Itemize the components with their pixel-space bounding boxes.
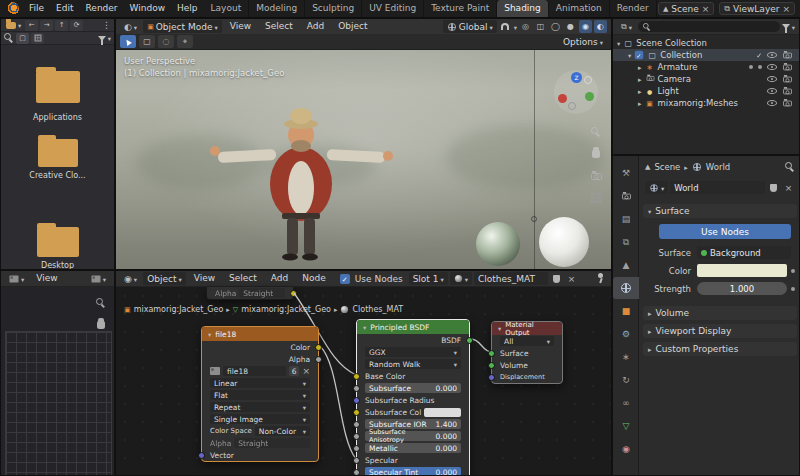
- cursor-tool-button[interactable]: [177, 35, 193, 48]
- viewport-menu-add[interactable]: Add: [301, 18, 330, 35]
- subsurface-slider[interactable]: Subsurface0.000: [365, 383, 461, 393]
- shader-menu-node[interactable]: Node: [296, 270, 332, 287]
- outliner-row-meshes[interactable]: mixamorig:Meshes: [613, 97, 799, 109]
- metallic-socket[interactable]: [353, 445, 360, 452]
- extension-dropdown[interactable]: Repeat: [210, 402, 310, 412]
- navigation-gizmo[interactable]: Z: [554, 70, 598, 114]
- axis-neg-handle[interactable]: [568, 102, 576, 110]
- file-menu-dots-icon[interactable]: [102, 20, 111, 30]
- shader-menu-add[interactable]: Add: [265, 270, 294, 287]
- color-output-socket[interactable]: [315, 344, 322, 351]
- workspace-tab-animation[interactable]: Animation: [549, 0, 610, 17]
- fake-user-shield-icon[interactable]: [767, 181, 780, 194]
- unlink-icon[interactable]: [782, 181, 795, 194]
- display-vertical-list-button[interactable]: [16, 33, 29, 44]
- filter-icon[interactable]: [782, 24, 790, 29]
- surface-input-socket[interactable]: [488, 350, 495, 357]
- shader-type-dropdown[interactable]: Object: [143, 272, 186, 285]
- browse-material-button[interactable]: [450, 272, 472, 285]
- subsurface-anisotropy-socket[interactable]: [353, 433, 360, 440]
- breadcrumb-world[interactable]: World: [706, 162, 730, 172]
- axis-z-handle[interactable]: Z: [571, 72, 582, 83]
- shading-wireframe-icon[interactable]: [549, 20, 562, 33]
- viewport-display-panel-header[interactable]: Viewport Display: [643, 324, 797, 338]
- mode-dropdown[interactable]: Object Mode: [143, 20, 222, 33]
- material-output-node[interactable]: Material Output All Surface Volume Displ…: [491, 321, 563, 384]
- expand-icon[interactable]: [638, 74, 642, 84]
- collapse-icon[interactable]: [363, 323, 366, 332]
- forward-button[interactable]: [40, 20, 53, 31]
- browse-image-button[interactable]: [87, 272, 110, 285]
- editor-type-button[interactable]: [5, 272, 28, 285]
- up-button[interactable]: [55, 20, 68, 31]
- tab-object[interactable]: [613, 300, 639, 322]
- surface-panel-header[interactable]: Surface: [643, 204, 797, 218]
- shading-solid-icon[interactable]: [564, 20, 577, 33]
- output-socket[interactable]: [290, 290, 297, 297]
- hide-eye-icon[interactable]: [767, 64, 777, 70]
- hide-eye-icon[interactable]: [767, 52, 777, 58]
- strength-slider[interactable]: 1.000: [697, 282, 787, 295]
- disable-render-icon[interactable]: [783, 76, 792, 82]
- shading-rendered-icon[interactable]: [594, 20, 607, 33]
- viewlayer-unlink-icon[interactable]: [782, 4, 790, 14]
- outliner-row-scene-collection[interactable]: Scene Collection: [613, 37, 799, 49]
- disable-render-icon[interactable]: [783, 52, 792, 58]
- blender-logo-icon[interactable]: [5, 2, 19, 16]
- interpolation-dropdown[interactable]: Linear: [210, 378, 310, 388]
- surface-shader-dropdown[interactable]: Background: [697, 246, 791, 259]
- display-thumbnails-button[interactable]: [31, 33, 44, 44]
- hide-eye-icon[interactable]: [767, 100, 777, 106]
- projection-dropdown[interactable]: Flat: [210, 390, 310, 400]
- snap-caret-icon[interactable]: [514, 22, 517, 32]
- viewport-menu-object[interactable]: Object: [332, 18, 373, 35]
- editor-type-button[interactable]: [120, 20, 141, 33]
- material-slot-dropdown[interactable]: Slot 1: [409, 272, 448, 285]
- outliner-row-collection[interactable]: Collection: [613, 49, 799, 61]
- subsurface-color-swatch[interactable]: [424, 408, 461, 417]
- zoom-control-icon[interactable]: [93, 295, 109, 311]
- target-dropdown[interactable]: All: [500, 336, 554, 346]
- color-space-dropdown[interactable]: Non-Color: [255, 426, 310, 436]
- unlink-image-icon[interactable]: [302, 366, 310, 376]
- axis-y-handle[interactable]: [585, 92, 594, 101]
- filter-caret-icon[interactable]: [108, 33, 111, 43]
- transform-orientation-dropdown[interactable]: Global: [443, 20, 497, 33]
- metallic-slider[interactable]: Metallic0.000: [365, 443, 461, 453]
- volume-panel-header[interactable]: Volume: [643, 306, 797, 320]
- tab-modifiers[interactable]: [613, 323, 639, 345]
- alpha-mode-dropdown[interactable]: Straight: [234, 438, 310, 448]
- material-name-field[interactable]: Clothes_MAT: [474, 272, 548, 285]
- subsurface-method-dropdown[interactable]: Random Walk: [365, 359, 461, 369]
- tab-physics[interactable]: [613, 369, 639, 391]
- outliner-row-light[interactable]: Light: [613, 85, 799, 97]
- select-box-tool-button[interactable]: [139, 35, 155, 48]
- gizmo-toggle-icon[interactable]: [534, 20, 547, 33]
- subsurface-socket[interactable]: [353, 385, 360, 392]
- tab-world[interactable]: [613, 277, 639, 299]
- menu-render[interactable]: Render: [80, 0, 124, 17]
- axis-neg-handle[interactable]: [584, 76, 592, 84]
- workspace-tab-uv-editing[interactable]: UV Editing: [362, 0, 424, 17]
- tab-scene[interactable]: [613, 254, 639, 276]
- proportional-edit-icon[interactable]: [519, 20, 532, 33]
- expand-icon[interactable]: [638, 98, 642, 108]
- subsurface-radius-socket[interactable]: [353, 397, 360, 404]
- shader-menu-select[interactable]: Select: [223, 270, 263, 287]
- orthographic-grid-icon[interactable]: [588, 190, 604, 206]
- pin-icon[interactable]: [594, 272, 607, 285]
- outliner-row-armature[interactable]: Armature: [613, 61, 799, 73]
- viewport-menu-select[interactable]: Select: [259, 18, 299, 35]
- world-color-swatch[interactable]: [697, 264, 787, 277]
- vector-input-socket[interactable]: [198, 452, 205, 459]
- expand-icon[interactable]: [638, 62, 642, 72]
- base-color-socket[interactable]: [353, 373, 360, 380]
- image-name-field[interactable]: file18: [223, 366, 286, 376]
- tab-tool[interactable]: [613, 162, 639, 184]
- workspace-tab-texture-paint[interactable]: Texture Paint: [424, 0, 497, 17]
- folder-icon-desktop[interactable]: [37, 227, 79, 257]
- world-name-field[interactable]: World: [670, 181, 765, 194]
- filter-caret-icon[interactable]: [792, 22, 795, 32]
- camera-view-icon[interactable]: [588, 168, 604, 184]
- editor-type-button[interactable]: [617, 20, 636, 33]
